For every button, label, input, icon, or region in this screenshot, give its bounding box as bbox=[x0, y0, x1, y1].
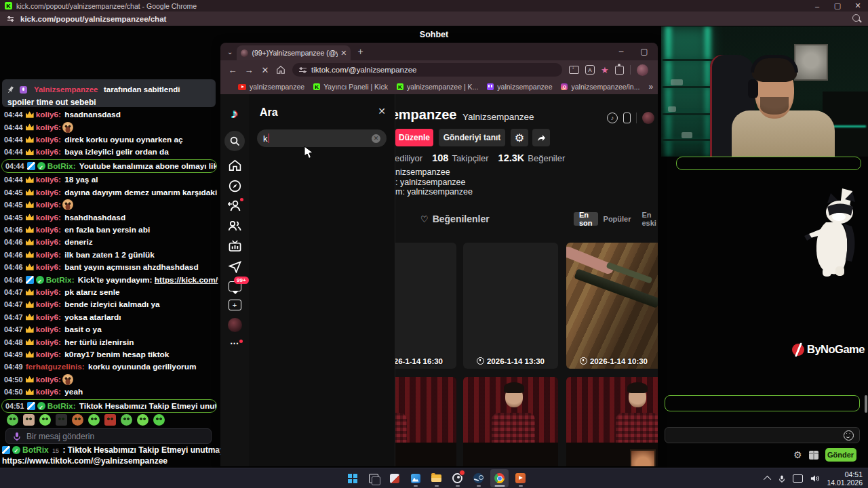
chat-username[interactable]: koliy6: bbox=[36, 188, 61, 197]
get-app-icon[interactable] bbox=[623, 113, 631, 123]
emoji-picker-icon[interactable] bbox=[844, 430, 854, 441]
chat-settings-icon[interactable]: ⚙ bbox=[793, 449, 802, 460]
sidebar-search-icon[interactable] bbox=[220, 131, 249, 151]
clear-search-icon[interactable]: ✕ bbox=[372, 134, 380, 143]
bookmark-item[interactable]: yalnizsempanzee bbox=[238, 83, 304, 91]
chat-username[interactable]: koliy6: bbox=[36, 300, 61, 309]
sidebar-profile-avatar[interactable] bbox=[220, 318, 249, 332]
sidebar-inbox-icon[interactable]: 99+ bbox=[220, 281, 249, 291]
tray-mic-icon[interactable] bbox=[778, 474, 785, 483]
monkey-emote[interactable] bbox=[72, 414, 83, 426]
gun-emote[interactable] bbox=[56, 414, 67, 426]
send-button[interactable]: Gönder bbox=[825, 448, 856, 462]
chat-username[interactable]: koliy6: bbox=[36, 213, 61, 222]
share-profile-button[interactable] bbox=[532, 129, 550, 146]
window-minimize-button[interactable]: – bbox=[610, 43, 632, 60]
chat-link[interactable]: https://kick.com/yalnizsempanzee bbox=[155, 275, 218, 285]
green-blob-emote[interactable] bbox=[39, 414, 51, 426]
media-player-icon[interactable] bbox=[511, 469, 530, 487]
send-to-device-icon[interactable] bbox=[569, 66, 579, 74]
steam-icon[interactable] bbox=[469, 469, 488, 487]
chat-username[interactable]: koliy6: bbox=[36, 225, 61, 235]
green-face-emote[interactable] bbox=[88, 414, 100, 426]
tiktok-logo-icon[interactable]: ♪ bbox=[220, 106, 249, 121]
chrome-icon[interactable] bbox=[490, 469, 509, 487]
sidebar-friends-icon[interactable] bbox=[220, 220, 249, 232]
chat-username[interactable]: koliy6: bbox=[36, 312, 61, 322]
edit-profile-button[interactable]: Düzenle bbox=[395, 129, 433, 146]
sidebar-live-icon[interactable] bbox=[220, 240, 249, 252]
settings-button[interactable]: ⚙ bbox=[511, 129, 528, 146]
profile-avatar[interactable] bbox=[637, 64, 648, 76]
bookmark-item[interactable]: yalnizsempanzee bbox=[487, 83, 552, 91]
search-close-icon[interactable]: ✕ bbox=[378, 106, 386, 117]
photos-app-icon[interactable] bbox=[406, 469, 425, 487]
start-button[interactable] bbox=[343, 469, 361, 487]
task-view-button[interactable] bbox=[364, 469, 382, 487]
chat-username[interactable]: koliy6: bbox=[36, 175, 61, 184]
green-smile-emote[interactable] bbox=[137, 414, 149, 426]
green-grin-emote[interactable] bbox=[153, 414, 165, 426]
chat-username[interactable]: koliy6: bbox=[36, 350, 61, 359]
translate-icon[interactable]: A bbox=[585, 65, 595, 75]
zoom-search-icon[interactable] bbox=[852, 14, 860, 22]
sidebar-upload-icon[interactable]: + bbox=[220, 300, 249, 310]
search-input[interactable]: k ✕ bbox=[257, 129, 387, 147]
tray-volume-icon[interactable] bbox=[810, 474, 819, 483]
liked-tab[interactable]: ♡ Beğenilenler bbox=[420, 214, 490, 224]
sidebar-more-icon[interactable]: ⋯ bbox=[220, 338, 249, 348]
video-thumbnail[interactable] bbox=[463, 377, 558, 466]
chat-username[interactable]: koliy6: bbox=[36, 147, 61, 157]
popcat-emote[interactable] bbox=[23, 414, 35, 426]
minimize-button[interactable]: – bbox=[807, 0, 827, 12]
file-explorer-icon[interactable] bbox=[427, 469, 446, 487]
extensions-icon[interactable] bbox=[615, 66, 624, 75]
forward-button[interactable]: → bbox=[241, 65, 257, 75]
background-url-bar[interactable]: kick.com/popout/yalnizsempanzee/chat bbox=[0, 12, 868, 26]
sidebar-messages-icon[interactable] bbox=[220, 261, 249, 273]
video-thumbnail[interactable] bbox=[566, 377, 658, 466]
snip-tool-icon[interactable] bbox=[385, 469, 403, 487]
account-avatar[interactable] bbox=[642, 112, 654, 124]
chat-username[interactable]: koliy6: bbox=[36, 338, 61, 347]
red-rage-emote[interactable] bbox=[104, 414, 116, 426]
chat-message-input[interactable]: Bir mesaj gönderin bbox=[5, 428, 212, 444]
back-button[interactable]: ← bbox=[224, 65, 241, 75]
chat-username[interactable]: koliy6: bbox=[36, 135, 61, 144]
promote-post-button[interactable]: Gönderiyi tanıt bbox=[439, 129, 505, 146]
chat-username[interactable]: BotRix: bbox=[46, 275, 75, 285]
address-bar[interactable]: tiktok.com/@yalnizsempanzee bbox=[292, 63, 562, 77]
bookmark-item[interactable]: yalnizsempanzee/in... bbox=[561, 83, 639, 91]
tab-close-icon[interactable]: ✕ bbox=[340, 49, 347, 58]
chat-username[interactable]: BotRix: bbox=[47, 401, 76, 411]
stop-button[interactable]: ✕ bbox=[257, 65, 273, 75]
close-button[interactable]: ✕ bbox=[848, 0, 868, 12]
sort-popular[interactable]: Popüler bbox=[598, 212, 637, 226]
taskbar-clock[interactable]: 04:51 14.01.2026 bbox=[827, 470, 863, 487]
green-tongue-emote[interactable] bbox=[121, 414, 132, 426]
maximize-button[interactable]: ▢ bbox=[827, 0, 848, 12]
chat-username[interactable]: koliy6: bbox=[36, 200, 61, 209]
site-info-icon[interactable] bbox=[299, 66, 307, 74]
sidebar-explore-icon[interactable] bbox=[220, 180, 249, 192]
home-button[interactable] bbox=[276, 65, 285, 75]
site-settings-icon[interactable] bbox=[6, 14, 15, 23]
sidebar-home-icon[interactable] bbox=[220, 159, 249, 171]
chat-username[interactable]: koliy6: bbox=[36, 375, 61, 384]
bookmark-star-icon[interactable]: ★ bbox=[601, 65, 609, 75]
chat-username[interactable]: koliy6: bbox=[36, 262, 61, 272]
scrollbar-thumb[interactable] bbox=[865, 395, 867, 413]
bookmarks-overflow-icon[interactable]: » bbox=[648, 82, 653, 92]
coins-icon[interactable]: ♪ bbox=[607, 113, 618, 123]
chat-username[interactable]: koliy6: bbox=[36, 387, 61, 396]
tab-search-chevron-icon[interactable]: ⌄ bbox=[227, 48, 233, 56]
gift-icon[interactable] bbox=[809, 451, 818, 460]
window-maximize-button[interactable]: ▢ bbox=[633, 43, 655, 60]
new-tab-button[interactable]: + bbox=[357, 46, 363, 57]
tray-cast-icon[interactable] bbox=[793, 474, 803, 483]
pinned-message[interactable]: Yalnizsempanzee tarafından sabitlendi sp… bbox=[2, 79, 216, 107]
right-chat-input[interactable] bbox=[665, 427, 860, 443]
chat-username[interactable]: koliy6: bbox=[36, 110, 61, 119]
chat-username[interactable]: koliy6: bbox=[36, 237, 61, 247]
sidebar-following-icon[interactable] bbox=[220, 199, 249, 212]
